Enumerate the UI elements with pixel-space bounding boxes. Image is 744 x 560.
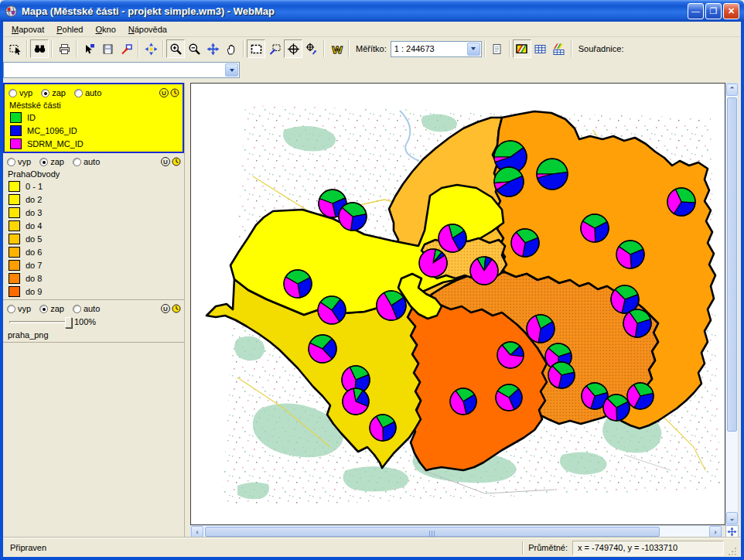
close-button[interactable]: ✕ <box>723 3 739 19</box>
address-dropdown-button[interactable] <box>225 63 238 77</box>
layer-box-1: vypzapautoUMěstské částiIDMC_1096_IDSDRM… <box>3 83 184 153</box>
legend-swatch <box>9 247 20 258</box>
attribute-table-button[interactable] <box>531 39 550 58</box>
scroll-down-button[interactable]: ⌄ <box>726 512 738 524</box>
scroll-left-button[interactable]: ‹ <box>191 526 203 538</box>
scroll-up-button[interactable]: ⌃ <box>726 84 738 96</box>
opacity-slider[interactable] <box>9 321 70 323</box>
coordinates-label: Souřadnice: <box>575 44 628 53</box>
legend-button[interactable] <box>513 39 531 58</box>
district-pie-chart <box>419 249 447 277</box>
window-body: MapovatPohledOknoNápověda WMěřítko:1 : 2… <box>0 22 744 560</box>
zoom-selection-button[interactable] <box>265 39 284 58</box>
layer-visibility-radios: vypzapautoU <box>9 87 179 99</box>
menu-pohled[interactable]: Pohled <box>51 23 88 36</box>
status-separator <box>522 541 524 555</box>
menu-napoveda[interactable]: Nápověda <box>123 23 172 36</box>
pan-button[interactable] <box>203 39 222 58</box>
save-view-button[interactable] <box>98 39 117 58</box>
hand-icon <box>225 43 238 56</box>
map-vertical-scrollbar[interactable]: ⌃ ⌄ <box>725 83 739 525</box>
scale-value: 1 : 244673 <box>391 44 466 53</box>
zoom-in-button[interactable] <box>166 39 185 58</box>
scale-dropdown-button[interactable] <box>467 43 480 56</box>
layer-update-icon[interactable]: U <box>159 88 169 97</box>
opacity-slider-handle[interactable] <box>65 317 72 328</box>
legend-swatch <box>9 194 20 205</box>
center-button[interactable] <box>284 39 302 58</box>
previous-view-button[interactable] <box>117 39 135 58</box>
full-extent-button[interactable] <box>142 39 160 58</box>
pan-icon <box>206 43 220 56</box>
radio-zap[interactable]: zap <box>39 157 64 166</box>
radio-dot <box>7 158 15 166</box>
radio-label: zap <box>50 157 64 166</box>
layer-update-icon[interactable]: U <box>161 304 170 313</box>
select-region-button[interactable] <box>5 39 24 58</box>
chevron-down-icon <box>230 69 234 72</box>
district-pie-chart <box>377 291 406 320</box>
toolbar-separator <box>51 40 53 57</box>
radio-auto[interactable]: auto <box>74 88 101 97</box>
radio-vyp[interactable]: vyp <box>7 304 31 313</box>
legend-table-button[interactable] <box>550 39 568 58</box>
radio-label: auto <box>84 157 100 166</box>
layer-title[interactable]: praha_png <box>7 329 181 340</box>
minimize-button[interactable]: — <box>688 3 704 19</box>
layer-title[interactable]: Městské části <box>9 99 179 111</box>
pan-corner-button[interactable] <box>725 525 739 538</box>
pointer-info-button[interactable] <box>80 39 98 58</box>
map-canvas[interactable] <box>191 84 725 524</box>
radio-vyp[interactable]: vyp <box>7 157 31 166</box>
radio-auto[interactable]: auto <box>73 304 100 313</box>
find-button[interactable] <box>30 39 49 58</box>
toolbar-separator <box>138 40 139 57</box>
legend-item: do 3 <box>7 206 181 219</box>
measure-w-button[interactable]: W <box>327 39 346 58</box>
layer-title[interactable]: PrahaObvody <box>7 168 181 179</box>
menu-mapovat[interactable]: Mapovat <box>6 23 49 36</box>
scroll-right-button[interactable]: › <box>709 526 722 538</box>
radio-zap[interactable]: zap <box>41 88 66 97</box>
maximize-button[interactable]: ❐ <box>705 3 722 19</box>
legend-label: ID <box>27 113 36 122</box>
menu-okno[interactable]: Okno <box>90 23 121 36</box>
district-pie-chart <box>284 270 312 298</box>
district-pie-chart <box>470 257 498 285</box>
center-selection-button[interactable] <box>302 39 321 58</box>
map-viewport[interactable] <box>190 83 725 525</box>
map-horizontal-scrollbar[interactable]: ‹ › <box>190 525 722 538</box>
zoom-window-button[interactable] <box>247 39 265 58</box>
radio-auto[interactable]: auto <box>73 157 100 166</box>
horizontal-scroll-thumb[interactable] <box>205 527 660 537</box>
radio-dot <box>73 305 81 313</box>
district-pie-chart <box>370 415 396 441</box>
hand-button[interactable] <box>222 39 241 58</box>
district-pie-chart <box>497 342 524 368</box>
layer-clock-icon[interactable] <box>170 88 179 97</box>
zoom-out-button[interactable] <box>185 39 203 58</box>
app-icon <box>5 5 18 18</box>
vertical-scroll-thumb[interactable] <box>727 97 737 432</box>
legend-swatch <box>9 220 20 231</box>
district-pie-chart <box>339 203 367 230</box>
address-combobox[interactable] <box>3 62 240 78</box>
layer-box-2: vypzapautoUPrahaObvody0 - 1do 2do 3do 4d… <box>3 153 184 300</box>
legend-label: 0 - 1 <box>26 182 43 191</box>
page-setup-button[interactable] <box>488 39 507 58</box>
radio-vyp[interactable]: vyp <box>9 88 32 97</box>
scale-combobox[interactable]: 1 : 244673 <box>391 41 482 57</box>
layer-clock-icon[interactable] <box>172 304 181 313</box>
legend-icon <box>515 43 528 56</box>
layer-update-icon[interactable]: U <box>161 157 170 166</box>
previous-view-icon <box>120 43 133 56</box>
legend-item: MC_1096_ID <box>9 124 179 137</box>
district-pie-chart <box>450 388 476 415</box>
layer-clock-icon[interactable] <box>172 157 181 166</box>
resize-grip[interactable] <box>727 546 738 557</box>
zoom-window-icon <box>250 43 263 56</box>
radio-zap[interactable]: zap <box>39 304 64 313</box>
print-button[interactable] <box>55 39 73 58</box>
layer-visibility-radios: vypzapautoU <box>7 155 181 168</box>
district-pie-chart <box>496 384 522 411</box>
